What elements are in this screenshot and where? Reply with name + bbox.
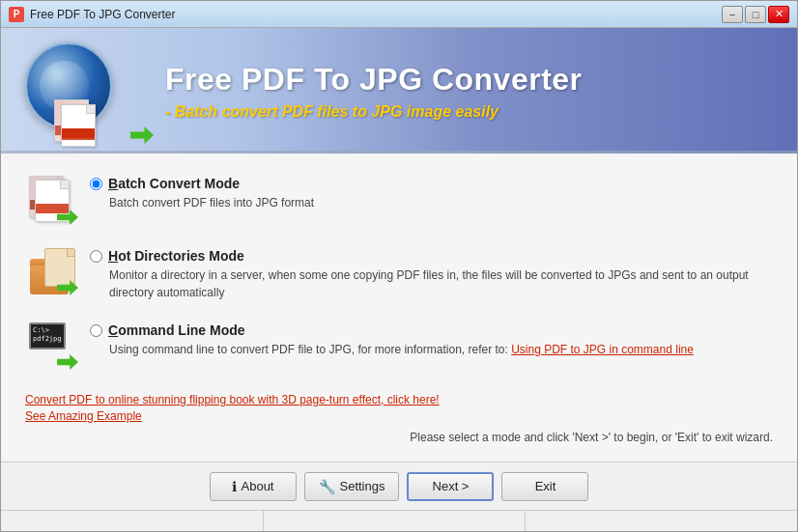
batch-mode-details: Batch Convert Mode Batch convert PDF fil… <box>90 174 773 211</box>
status-seg1 <box>11 511 264 531</box>
maximize-button[interactable]: □ <box>745 6 766 23</box>
cmd-mode-icon: C:\>pdf2jpg <box>25 321 78 374</box>
header-title: Free PDF To JPG Converter <box>165 62 778 98</box>
next-label: Next > <box>433 479 470 493</box>
cmd-mode-radio[interactable] <box>90 324 102 337</box>
status-seg2 <box>273 511 527 531</box>
settings-label: Settings <box>340 479 385 493</box>
mode-item-batch: Batch Convert Mode Batch convert PDF fil… <box>25 168 773 233</box>
batch-mode-label[interactable]: Batch Convert Mode <box>90 176 773 191</box>
about-icon: ℹ <box>232 479 237 494</box>
batch-mode-desc: Batch convert PDF files into JPG format <box>109 194 773 211</box>
main-content: Batch Convert Mode Batch convert PDF fil… <box>1 154 797 462</box>
cmd-line-link[interactable]: Using PDF to JPG in command line <box>511 343 694 356</box>
header-banner: Free PDF To JPG Converter - Batch conver… <box>1 28 797 154</box>
cmd-screen: C:\>pdf2jpg <box>29 322 66 350</box>
status-seg3 <box>535 511 787 531</box>
mode-item-hot: Hot Directories Mode Monitor a directory… <box>25 240 773 307</box>
hot-mode-radio[interactable] <box>90 250 102 263</box>
minimize-button[interactable]: − <box>722 6 743 23</box>
hot-mode-name: Hot Directories Mode <box>108 248 244 264</box>
promo-section: Convert PDF to online stunning flipping … <box>25 393 773 431</box>
title-bar: P Free PDF To JPG Converter − □ ✕ <box>1 1 797 28</box>
mode-item-cmd: C:\>pdf2jpg Command Line Mode Using comm… <box>25 315 773 379</box>
batch-mode-icon <box>25 174 78 227</box>
main-window: P Free PDF To JPG Converter − □ ✕ <box>0 0 798 532</box>
app-icon: P <box>9 7 24 22</box>
hint-text: Please select a mode and click 'Next >' … <box>25 431 773 444</box>
arrow-decoration <box>130 126 154 144</box>
header-logo <box>20 38 156 144</box>
pdf-icon-2 <box>61 104 96 147</box>
cmd-text: C:\>pdf2jpg <box>31 324 64 346</box>
batch-mode-name: Batch Convert Mode <box>108 176 240 191</box>
cmd-mode-desc: Using command line to convert PDF file t… <box>109 341 773 358</box>
mode-list: Batch Convert Mode Batch convert PDF fil… <box>25 168 773 388</box>
about-button[interactable]: ℹ About <box>210 472 297 501</box>
see-example-link[interactable]: See Amazing Example <box>25 409 773 423</box>
exit-button[interactable]: Exit <box>501 472 588 501</box>
header-subtitle: - Batch convert PDF files to JPG image e… <box>165 103 778 121</box>
batch-mode-radio[interactable] <box>90 178 102 190</box>
about-label: About <box>242 479 274 493</box>
hot-mode-icon <box>25 246 78 299</box>
cmd-mode-details: Command Line Mode Using command line to … <box>90 321 773 358</box>
settings-button[interactable]: 🔧 Settings <box>304 472 400 501</box>
exit-label: Exit <box>535 479 556 493</box>
cmd-mode-label[interactable]: Command Line Mode <box>90 322 773 338</box>
hot-mode-details: Hot Directories Mode Monitor a directory… <box>90 246 773 301</box>
title-bar-text: Free PDF To JPG Converter <box>30 8 722 21</box>
close-button[interactable]: ✕ <box>768 6 789 23</box>
promo-link[interactable]: Convert PDF to online stunning flipping … <box>25 393 773 406</box>
next-button[interactable]: Next > <box>407 472 494 501</box>
cmd-mode-name: Command Line Mode <box>108 322 245 338</box>
title-bar-buttons: − □ ✕ <box>722 6 789 23</box>
hot-mode-label[interactable]: Hot Directories Mode <box>90 248 773 264</box>
bottom-bar: ℹ About 🔧 Settings Next > Exit <box>1 462 797 510</box>
header-text-area: Free PDF To JPG Converter - Batch conver… <box>165 62 778 121</box>
settings-icon: 🔧 <box>319 479 335 494</box>
status-bar <box>1 510 797 531</box>
hot-mode-desc: Monitor a directory in a server, when so… <box>109 266 773 301</box>
